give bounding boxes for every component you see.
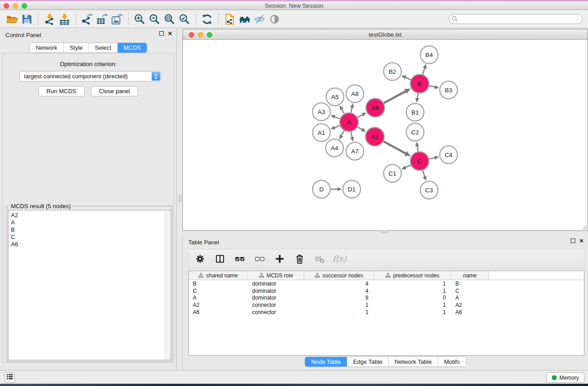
table-cell[interactable]: A6 xyxy=(189,309,248,315)
graph-edge-B-B4[interactable] xyxy=(423,68,425,75)
graph-node-A7[interactable]: A7 xyxy=(346,143,364,160)
column-header-shared-name[interactable]: shared name xyxy=(189,271,248,280)
network-views-icon[interactable] xyxy=(222,12,237,26)
tab-motifs[interactable]: Motifs xyxy=(438,357,466,367)
graph-node-B1[interactable]: B1 xyxy=(406,104,424,121)
table-cell[interactable]: 1 xyxy=(304,302,374,308)
column-header-predecessor-nodes[interactable]: predecessor nodes xyxy=(374,271,451,280)
graph-node-C1[interactable]: C1 xyxy=(384,165,402,182)
graph-edge-A-A1[interactable] xyxy=(335,126,339,128)
graph-edge-B-B3[interactable] xyxy=(429,86,435,87)
graph-node-C[interactable]: C xyxy=(411,152,429,171)
export-network-icon[interactable] xyxy=(80,12,95,26)
deselect-all-icon[interactable] xyxy=(254,253,266,265)
graph-edge-B-B1[interactable] xyxy=(417,93,418,98)
table-cell[interactable]: 4 xyxy=(304,288,374,294)
graph-node-A5[interactable]: A5 xyxy=(326,88,344,106)
select-all-icon[interactable] xyxy=(234,253,246,265)
table-cell[interactable]: dominator xyxy=(248,281,304,287)
zoom-fit-icon[interactable] xyxy=(162,12,177,26)
table-cell[interactable]: C xyxy=(189,288,248,294)
task-history-button[interactable] xyxy=(5,372,15,383)
result-scrollbar[interactable] xyxy=(165,210,171,360)
graph-node-B2[interactable]: B2 xyxy=(384,63,402,81)
home-icon[interactable] xyxy=(237,12,252,26)
result-item[interactable]: B xyxy=(11,226,168,234)
result-item[interactable]: A2 xyxy=(11,212,168,219)
graph-node-C4[interactable]: C4 xyxy=(440,146,458,164)
search-input[interactable] xyxy=(449,14,583,24)
table-cell[interactable]: A2 xyxy=(451,302,489,308)
float-panel-icon[interactable] xyxy=(159,31,164,36)
zoom-out-icon[interactable] xyxy=(147,12,162,26)
graph-node-D[interactable]: D xyxy=(313,181,330,198)
close-table-panel-icon[interactable]: × xyxy=(579,238,583,243)
graph-node-C3[interactable]: C3 xyxy=(421,181,438,199)
table-cell[interactable]: A xyxy=(451,295,489,301)
table-cell[interactable]: 8 xyxy=(304,295,374,301)
vertical-split-handle[interactable] xyxy=(382,230,388,233)
criterion-dropdown[interactable]: largest connected component (directed) xyxy=(19,71,161,81)
table-row[interactable]: A6connector11A6 xyxy=(189,309,584,316)
tab-style[interactable]: Style xyxy=(64,43,89,52)
run-mcds-button[interactable]: Run MCDS xyxy=(38,86,85,96)
table-cell[interactable]: dominator xyxy=(248,295,304,301)
import-table-icon[interactable] xyxy=(57,12,72,26)
table-cell[interactable]: 1 xyxy=(304,309,374,315)
graph-edge-A-A8[interactable] xyxy=(351,108,352,113)
graph-edge-A-A4[interactable] xyxy=(341,131,344,136)
result-item[interactable]: C xyxy=(11,234,168,241)
graph-node-A8[interactable]: A8 xyxy=(346,85,364,103)
column-header-successor-nodes[interactable]: successor nodes xyxy=(304,271,374,280)
horizontal-split-handle[interactable] xyxy=(179,195,182,201)
show-all-icon[interactable] xyxy=(267,12,282,26)
table-cell[interactable]: 0 xyxy=(374,295,451,301)
graph-node-A[interactable]: A xyxy=(340,113,359,132)
table-row[interactable]: Cdominator41C xyxy=(189,287,584,295)
tab-mcds[interactable]: MCDS xyxy=(118,43,147,52)
graph-edge-A-A3[interactable] xyxy=(335,117,339,119)
table-cell[interactable]: 4 xyxy=(304,281,374,287)
table-cell[interactable]: 1 xyxy=(374,288,451,294)
delete-column-icon[interactable] xyxy=(294,253,306,265)
column-layout-icon[interactable] xyxy=(214,253,226,265)
graph-node-C2[interactable]: C2 xyxy=(406,124,424,141)
graph-edge-A2-C[interactable] xyxy=(383,141,406,153)
graph-node-D1[interactable]: D1 xyxy=(343,181,361,198)
tab-edge-table[interactable]: Edge Table xyxy=(347,357,389,367)
save-session-icon[interactable] xyxy=(19,12,34,26)
table-row[interactable]: Bdominator41B xyxy=(189,280,584,287)
graph-node-B[interactable]: B xyxy=(411,75,429,93)
graph-edge-B-B2[interactable] xyxy=(406,77,411,80)
graph-node-B4[interactable]: B4 xyxy=(421,46,438,64)
window-resize-grip[interactable] xyxy=(581,224,587,230)
tab-select[interactable]: Select xyxy=(89,43,118,52)
graph-node-A6[interactable]: A6 xyxy=(366,99,385,117)
close-panel-button[interactable]: Close panel xyxy=(91,86,139,96)
table-cell[interactable]: A6 xyxy=(451,309,489,315)
open-session-icon[interactable] xyxy=(5,12,19,26)
table-cell[interactable]: 1 xyxy=(374,302,451,308)
graph-edge-C-C4[interactable] xyxy=(429,158,435,159)
table-cell[interactable]: 1 xyxy=(374,281,451,287)
export-table-icon[interactable] xyxy=(95,12,110,26)
table-cell[interactable]: connector xyxy=(248,309,304,315)
table-cell[interactable]: A xyxy=(189,295,248,301)
table-cell[interactable]: B xyxy=(451,281,489,287)
table-cell[interactable]: dominator xyxy=(248,288,304,294)
graph-edge-C-C2[interactable] xyxy=(417,146,418,152)
table-row[interactable]: A2connector11A2 xyxy=(189,301,584,309)
graph-node-A2[interactable]: A2 xyxy=(366,128,384,146)
table-cell[interactable]: A2 xyxy=(189,302,248,308)
graph-edge-C-C1[interactable] xyxy=(406,165,411,167)
close-panel-icon[interactable]: × xyxy=(168,31,172,36)
graph-node-A3[interactable]: A3 xyxy=(313,103,330,121)
gear-icon[interactable] xyxy=(194,253,206,265)
zoom-selected-icon[interactable] xyxy=(177,12,192,26)
zoom-in-icon[interactable] xyxy=(132,12,147,26)
graph-edge-C-C3[interactable] xyxy=(423,170,425,176)
graph-node-A4[interactable]: A4 xyxy=(326,139,344,157)
table-row[interactable]: Adominator80A xyxy=(189,294,584,301)
graph-edge-A6-B[interactable] xyxy=(384,91,406,103)
graph-node-B3[interactable]: B3 xyxy=(440,81,458,99)
